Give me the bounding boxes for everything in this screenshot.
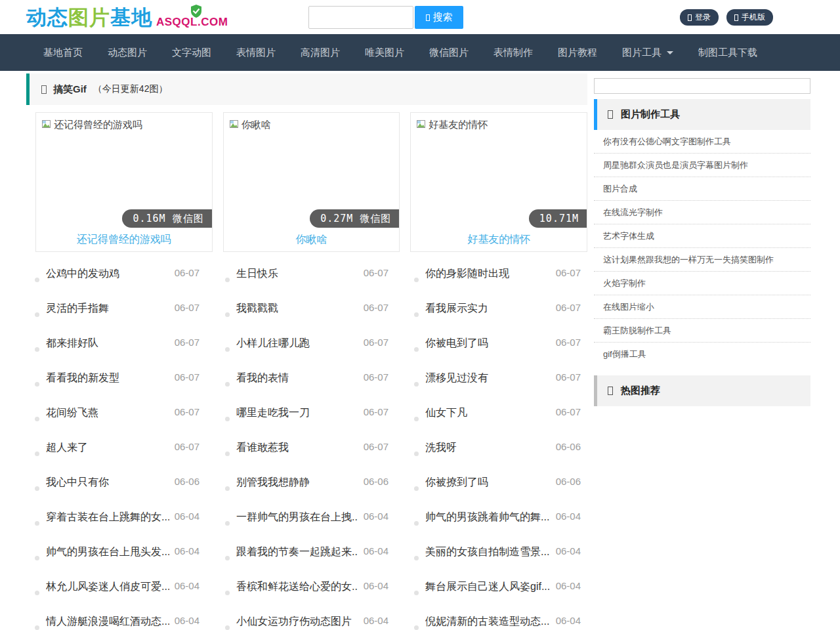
login-button[interactable]: 登录 xyxy=(680,9,719,26)
list-item-date: 06-07 xyxy=(175,267,200,297)
list-item[interactable]: 我心中只有你06-06 xyxy=(26,471,217,506)
list-item[interactable]: 倪妮清新的古装造型动态...06-04 xyxy=(406,610,587,630)
list-item[interactable]: 你被电到了吗06-07 xyxy=(406,332,587,367)
gif-card-2[interactable]: 好基友的情怀10.71M好基友的情怀 xyxy=(410,112,587,252)
list-item[interactable]: 看看我的新发型06-07 xyxy=(26,367,217,402)
list-item[interactable]: 情人游艇浪漫喝红酒动态...06-04 xyxy=(26,610,217,630)
logo-domain: ASQQL.COM xyxy=(156,16,228,29)
list-item-date: 06-04 xyxy=(175,545,200,576)
tool-link[interactable]: 这计划果然跟我想的一样万无一失搞笑图制作 xyxy=(594,248,810,272)
list-item-title: 仙女下凡 xyxy=(425,406,467,436)
list-item[interactable]: 帅气的男孩在台上甩头发...06-04 xyxy=(26,541,217,576)
list-item[interactable]: 洗我呀06-06 xyxy=(406,436,587,471)
bullet-dot-icon xyxy=(35,625,39,630)
search-input[interactable] xyxy=(308,6,413,29)
list-item[interactable]: 仙女下凡06-07 xyxy=(406,402,587,436)
card-title-link[interactable]: 还记得曾经的游戏吗 xyxy=(36,233,212,247)
list-item[interactable]: 一群帅气的男孩在台上拽...06-04 xyxy=(217,506,406,541)
file-size-badge: 0.27M 微信图 xyxy=(310,209,399,228)
list-item[interactable]: 生日快乐06-07 xyxy=(217,262,406,297)
nav-item-1[interactable]: 动态图片 xyxy=(95,34,159,71)
list-item[interactable]: 漂移见过没有06-07 xyxy=(406,367,587,402)
list-item[interactable]: 我戳戳戳06-07 xyxy=(217,297,406,332)
nav-item-5[interactable]: 唯美图片 xyxy=(352,34,417,71)
list-item[interactable]: 灵活的手指舞06-07 xyxy=(26,297,217,332)
list-item-title: 帅气的男孩跳着帅气的舞... xyxy=(425,511,549,541)
broken-image-icon xyxy=(229,119,240,131)
card-title-link[interactable]: 好基友的情怀 xyxy=(411,233,587,247)
tool-link[interactable]: 艺术字体生成 xyxy=(594,224,810,248)
list-item[interactable]: 帅气的男孩跳着帅气的舞...06-04 xyxy=(406,506,587,541)
list-item[interactable]: 林允儿风姿迷人俏皮可爱...06-04 xyxy=(26,576,217,610)
list-column-2: 你的身影随时出现06-07看我展示实力06-07你被电到了吗06-07漂移见过没… xyxy=(406,262,587,630)
tool-link[interactable]: gif倒播工具 xyxy=(594,343,810,366)
tool-link[interactable]: 火焰字制作 xyxy=(594,272,810,295)
list-item[interactable]: 美丽的女孩自拍制造雪景...06-04 xyxy=(406,541,587,576)
list-item[interactable]: 舞台展示自己迷人风姿gif...06-04 xyxy=(406,576,587,610)
nav-item-label: 文字动图 xyxy=(172,34,211,71)
list-item[interactable]: 你的身影随时出现06-07 xyxy=(406,262,587,297)
site-logo[interactable]: 动态图片基地 ASQQL.COM xyxy=(26,4,228,32)
nav-item-0[interactable]: 基地首页 xyxy=(31,34,95,71)
nav-item-6[interactable]: 微信图片 xyxy=(417,34,481,71)
nav-item-label: 图片教程 xyxy=(558,34,597,71)
nav-item-9[interactable]: 图片工具 xyxy=(610,34,686,71)
tool-link[interactable]: 你有没有公德心啊文字图制作工具 xyxy=(594,130,810,154)
list-item[interactable]: 穿着古装在台上跳舞的女...06-04 xyxy=(26,506,217,541)
list-item[interactable]: 看我展示实力06-07 xyxy=(406,297,587,332)
list-item[interactable]: 都来排好队06-07 xyxy=(26,332,217,367)
nav-item-4[interactable]: 高清图片 xyxy=(288,34,352,71)
broken-image-placeholder: 好基友的情怀 xyxy=(411,113,587,137)
list-item-title: 你的身影随时出现 xyxy=(425,267,509,297)
list-item[interactable]: 哪里走吃我一刀06-07 xyxy=(217,402,406,436)
list-item[interactable]: 你被撩到了吗06-06 xyxy=(406,471,587,506)
tool-link[interactable]: 在线流光字制作 xyxy=(594,201,810,224)
bullet-dot-icon xyxy=(414,486,419,491)
card-title-link[interactable]: 你瞅啥 xyxy=(224,233,400,247)
list-item[interactable]: 看谁敢惹我06-07 xyxy=(217,436,406,471)
list-item[interactable]: 超人来了06-07 xyxy=(26,436,217,471)
list-item[interactable]: 小仙女运功疗伤动态图片06-04 xyxy=(217,610,406,630)
nav-item-8[interactable]: 图片教程 xyxy=(545,34,610,71)
tool-link[interactable]: 图片合成 xyxy=(594,177,810,201)
list-item-date: 06-04 xyxy=(556,580,581,610)
section-header-funny-gif: 搞笑Gif （今日更新42图） xyxy=(26,74,587,105)
broken-image-placeholder: 还记得曾经的游戏吗 xyxy=(36,113,212,137)
list-item-date: 06-04 xyxy=(364,615,388,630)
file-size-badge: 0.16M 微信图 xyxy=(122,209,211,228)
list-item[interactable]: 别管我我想静静06-06 xyxy=(217,471,406,506)
broken-image-icon xyxy=(416,119,427,131)
sidebar: 图片制作工具 你有没有公德心啊文字图制作工具周星驰群众演员也是演员字幕图片制作图… xyxy=(594,74,810,630)
sidebar-search-input[interactable] xyxy=(594,78,810,94)
list-item[interactable]: 花间纷飞燕06-07 xyxy=(26,402,217,436)
bullet-dot-icon xyxy=(225,591,230,595)
nav-item-2[interactable]: 文字动图 xyxy=(159,34,224,71)
gif-card-1[interactable]: 你瞅啥0.27M 微信图你瞅啥 xyxy=(223,112,400,252)
list-item-date: 06-07 xyxy=(364,267,388,297)
nav-item-7[interactable]: 表情制作 xyxy=(481,34,545,71)
list-item-title: 洗我呀 xyxy=(425,441,457,471)
list-item[interactable]: 跟着我的节奏一起跳起来...06-04 xyxy=(217,541,406,576)
nav-item-3[interactable]: 表情图片 xyxy=(224,34,288,71)
bullet-dot-icon xyxy=(225,312,230,317)
gif-card-0[interactable]: 还记得曾经的游戏吗0.16M 微信图还记得曾经的游戏吗 xyxy=(35,112,213,252)
tool-link[interactable]: 在线图片缩小 xyxy=(594,295,810,319)
tool-link[interactable]: 霸王防脱制作工具 xyxy=(594,319,810,343)
image-alt-text: 还记得曾经的游戏吗 xyxy=(54,119,142,131)
list-item-date: 06-07 xyxy=(175,371,200,402)
nav-item-10[interactable]: 制图工具下载 xyxy=(686,34,770,71)
bullet-dot-icon xyxy=(414,521,419,526)
list-item-date: 06-07 xyxy=(556,406,581,436)
list-item-date: 06-04 xyxy=(556,545,581,576)
list-item[interactable]: 小样儿往哪儿跑06-07 xyxy=(217,332,406,367)
list-item-date: 06-07 xyxy=(364,371,388,402)
bullet-dot-icon xyxy=(35,452,39,456)
list-item[interactable]: 看我的表情06-07 xyxy=(217,367,406,402)
list-item[interactable]: 香槟和鲜花送给心爱的女...06-04 xyxy=(217,576,406,610)
tool-link[interactable]: 周星驰群众演员也是演员字幕图片制作 xyxy=(594,154,810,177)
nav-item-label: 图片工具 xyxy=(622,34,662,71)
search-button[interactable]: 搜索 xyxy=(415,6,463,29)
mobile-version-button[interactable]: 手机版 xyxy=(726,9,773,26)
mobile-icon xyxy=(734,14,738,21)
list-item[interactable]: 公鸡中的发动鸡06-07 xyxy=(26,262,217,297)
